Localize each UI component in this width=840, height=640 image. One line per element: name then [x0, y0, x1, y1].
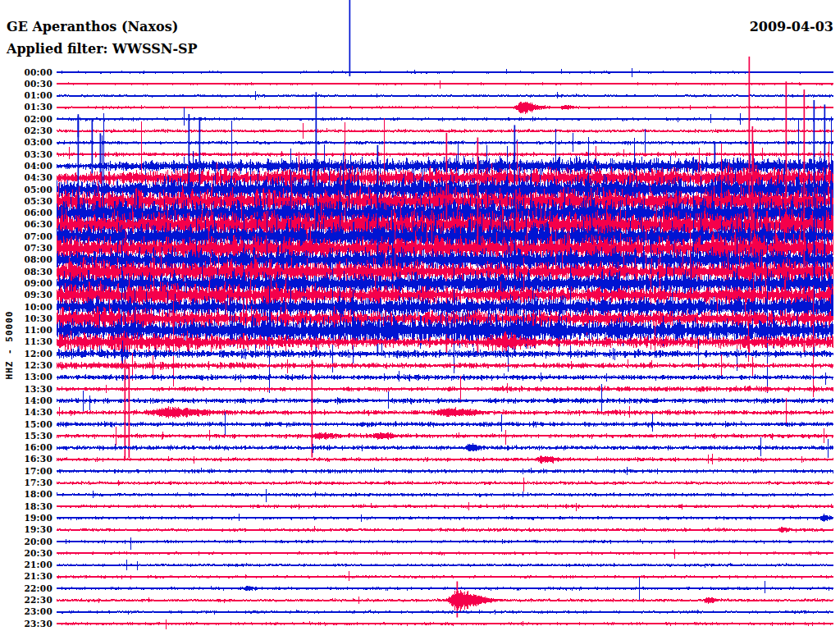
helicorder-page: GE Aperanthos (Naxos) Applied filter: WW…: [0, 0, 840, 640]
seismogram-canvas: [0, 0, 840, 640]
